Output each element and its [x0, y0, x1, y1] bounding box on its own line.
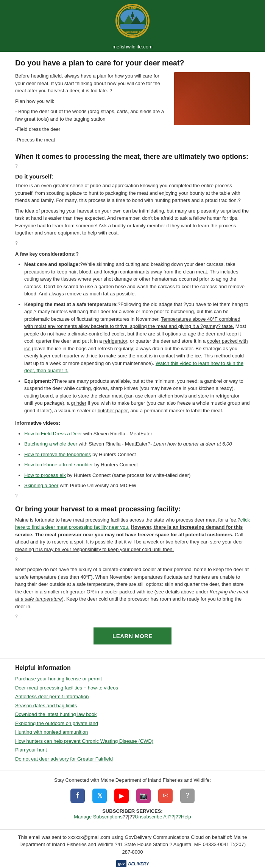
helpful-link-item-2: Deer meat processing facilities + how-to…: [15, 684, 250, 692]
govdelivery-logo: gov DELIVERY: [116, 860, 149, 867]
helpful-link-2[interactable]: Deer meat processing facilities + how-to…: [15, 685, 118, 691]
consideration-title-2: Keeping the meat at a safe temperature:: [24, 301, 118, 307]
video-item-6: Skinning a deer with Purdue University a…: [24, 482, 250, 489]
video-link-5[interactable]: How to process elk: [24, 472, 66, 478]
helpful-link-5[interactable]: Download the latest hunting law book: [15, 711, 97, 717]
helpful-link-item-6: Exploring the outdoors on private land: [15, 720, 250, 727]
gov-delivery-text: DELIVERY: [128, 861, 149, 867]
diy-para2: The idea of processing your harvest on y…: [15, 207, 250, 237]
helpful-link-item-8: How hunters can help prevent Chronic Was…: [15, 738, 250, 745]
consideration-item-1: Meat care and spoilage:?While skinning a…: [24, 261, 250, 298]
video-link-3[interactable]: How to remove the tenderloins: [24, 452, 91, 457]
deer-meat-image: [174, 72, 250, 125]
video-link-6[interactable]: Skinning a deer: [24, 483, 58, 488]
helpful-link-item-1: Purchase your hunting license or permit: [15, 675, 250, 683]
processing-heading: When it comes to processing the meat, th…: [15, 152, 250, 161]
plan-item-3: -Process the meat: [15, 136, 168, 144]
page-title: Do you have a plan to care for your deer…: [15, 58, 250, 68]
subscriber-separator1: ??|??: [123, 814, 135, 820]
bring-q: ?: [15, 556, 250, 563]
considerations-list: Meat care and spoilage:?While skinning a…: [24, 261, 250, 414]
learn-more-button[interactable]: LEARN MORE: [94, 627, 171, 644]
logo-container: MAINE INLAND FISHERIES AND WILDLIFE: [112, 0, 153, 42]
helpful-link-9[interactable]: Plan your hunt: [15, 747, 47, 753]
helpful-section: Helpful information Purchase your huntin…: [0, 658, 265, 770]
consideration-item-2: Keeping the meat at a safe temperature:?…: [24, 301, 250, 374]
helpful-link-item-9: Plan your hunt: [15, 746, 250, 754]
helpful-link-item-4: Season dates and bag limits: [15, 702, 250, 710]
helpful-link-item-10: Do not eat deer advisory for Greater Fai…: [15, 755, 250, 763]
helpful-link-8[interactable]: How hunters can help prevent Chronic Was…: [15, 738, 153, 744]
instagram-symbol: 📷: [139, 792, 148, 800]
bring-harvest-heading: Or bring your harvest to a meat processi…: [15, 505, 250, 513]
learn-more-section: LEARN MORE: [15, 627, 250, 644]
diy-heading: Do it yourself:: [15, 173, 250, 180]
svg-rect-4: [120, 24, 145, 29]
consideration-title-3: Equipment:: [24, 378, 51, 384]
processing-q: ?: [15, 163, 250, 169]
bring-para1: Maine is fortunate to have meat processi…: [15, 516, 250, 553]
svg-rect-6: [132, 17, 133, 19]
helpful-links-list: Purchase your hunting license or permit …: [15, 675, 250, 762]
helpful-link-10[interactable]: Do not eat deer advisory for Greater Fai…: [15, 756, 113, 762]
video-link-skin[interactable]: Watch this video to learn how to skin th…: [24, 360, 243, 374]
email-social-icon[interactable]: ✉: [158, 789, 173, 803]
video-link-2[interactable]: Butchering a whole deer: [24, 441, 77, 447]
consideration-title-1: Meat care and spoilage:: [24, 261, 80, 267]
helpful-link-1[interactable]: Purchase your hunting license or permit: [15, 676, 102, 682]
social-section: Stay Connected with Maine Department of …: [0, 770, 265, 829]
social-icons-container: f 𝕏 ▶ 📷 ✉ ?: [15, 789, 250, 803]
email-symbol: ✉: [163, 792, 168, 800]
gov-logo-box: gov: [116, 860, 127, 867]
intro-para1: Before heading afield, always have a pla…: [15, 72, 168, 95]
facebook-icon[interactable]: f: [70, 789, 85, 803]
facebook-symbol: f: [76, 791, 79, 801]
plan-label: Plan how you will:: [15, 98, 168, 105]
twitter-symbol: 𝕏: [97, 792, 102, 799]
unknown-symbol: ?: [186, 792, 189, 800]
video-link-1[interactable]: How to Field Dress a Deer: [24, 431, 82, 436]
plan-item-1: - Bring the deer out of the woods (drag …: [15, 108, 168, 123]
helpful-link-4[interactable]: Season dates and bag limits: [15, 703, 77, 708]
helpful-title: Helpful information: [15, 665, 250, 671]
twitter-icon[interactable]: 𝕏: [92, 789, 107, 803]
youtube-symbol: ▶: [119, 792, 124, 800]
intro-section: Before heading afield, always have a pla…: [15, 72, 250, 146]
instagram-icon[interactable]: 📷: [136, 789, 151, 803]
helpful-link-7[interactable]: Hunting with nonlead ammunition: [15, 729, 88, 735]
video-item-3: How to remove the tenderloins by Hunters…: [24, 451, 250, 458]
manage-subscriptions-link[interactable]: Manage Subscriptions: [74, 814, 123, 820]
help-link[interactable]: Help: [181, 814, 191, 820]
bring-para2: Most people do not have the luxury of a …: [15, 566, 250, 610]
unsubscribe-link[interactable]: Unsubscribe All??|??: [135, 814, 181, 820]
helpful-link-3[interactable]: Antlerless deer permit information: [15, 694, 89, 699]
videos-q: ?: [15, 492, 250, 499]
helpful-link-item-3: Antlerless deer permit information: [15, 693, 250, 700]
unknown-social-icon[interactable]: ?: [180, 789, 195, 803]
helpful-link-item-7: Hunting with nonlead ammunition: [15, 728, 250, 736]
social-title: Stay Connected with Maine Department of …: [15, 776, 250, 784]
video-item-5: How to process elk by Hunters Connect (s…: [24, 472, 250, 479]
video-item-4: How to debone a front shoulder by Hunter…: [24, 461, 250, 469]
video-link-4[interactable]: How to debone a front shoulder: [24, 462, 93, 467]
footer-text: This email was sent to xxxxxx@gmail.com …: [15, 834, 250, 856]
considerations-label: A few key considerations:?: [15, 250, 250, 258]
svg-text:WILDLIFE: WILDLIFE: [128, 34, 136, 36]
header-section: MAINE INLAND FISHERIES AND WILDLIFE mefi…: [0, 0, 265, 52]
helpful-link-item-5: Download the latest hunting law book: [15, 711, 250, 718]
main-content: Do you have a plan to care for your deer…: [0, 52, 265, 658]
maine-logo: MAINE INLAND FISHERIES AND WILDLIFE: [115, 4, 150, 38]
videos-list: How to Field Dress a Deer with Steven Ri…: [24, 430, 250, 489]
bring-q2: ?: [15, 613, 250, 620]
video-item-1: How to Field Dress a Deer with Steven Ri…: [24, 430, 250, 438]
svg-text:MAINE: MAINE: [128, 7, 137, 9]
plan-item-2: -Field dress the deer: [15, 126, 168, 133]
intro-text: Before heading afield, always have a pla…: [15, 72, 168, 146]
helpful-link-6[interactable]: Exploring the outdoors on private land: [15, 720, 98, 726]
video-item-2: Butchering a whole deer with Steven Rine…: [24, 440, 250, 448]
diy-q: ?: [15, 240, 250, 247]
website-link[interactable]: mefishwildlife.com: [112, 44, 152, 50]
youtube-icon[interactable]: ▶: [114, 789, 129, 803]
svg-text:INLAND FISHERIES AND: INLAND FISHERIES AND: [123, 31, 143, 33]
diy-para1: There is an even greater sense of pride …: [15, 182, 250, 204]
